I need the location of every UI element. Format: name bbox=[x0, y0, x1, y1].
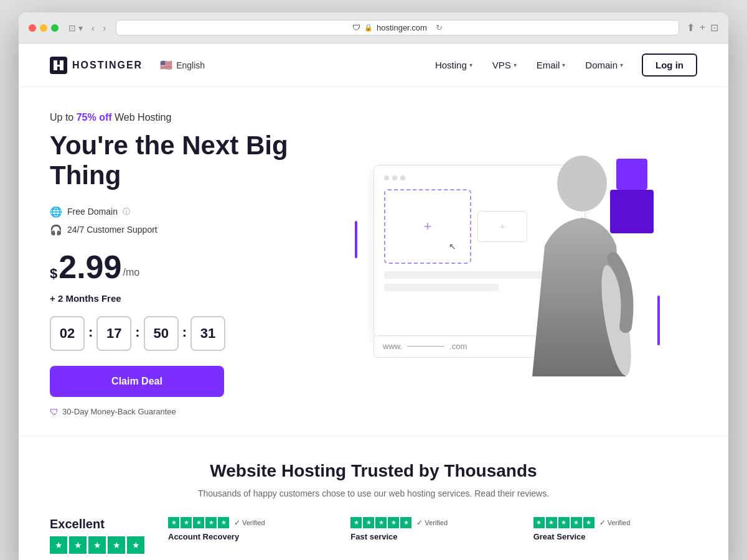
share-icon[interactable]: ⬆ bbox=[687, 22, 695, 34]
lock-icon: 🔒 bbox=[364, 24, 373, 32]
hero-visual: + ↖ + ww bbox=[355, 152, 654, 376]
review-stars-2: ★ ★ ★ ★ ★ bbox=[350, 517, 411, 528]
chevron-down-icon: ▾ bbox=[514, 62, 517, 68]
countdown-separator-1: : bbox=[88, 324, 93, 340]
star-1: ★ bbox=[50, 536, 67, 554]
claim-deal-button[interactable]: Claim Deal bbox=[50, 366, 224, 397]
excellent-stars: ★ ★ ★ ★ ★ bbox=[50, 536, 149, 554]
trusted-title: Website Hosting Trusted by Thousands bbox=[50, 461, 697, 481]
review-stars-1: ★ ★ ★ ★ ★ bbox=[168, 517, 229, 528]
back-button[interactable]: ‹ bbox=[89, 22, 97, 34]
hero-section: Up to 75% off Web Hosting You're the Nex… bbox=[19, 87, 728, 436]
countdown-minutes: 17 bbox=[96, 316, 131, 351]
star-2: ★ bbox=[69, 536, 87, 554]
browser-actions: ⬆ + ⊡ bbox=[687, 22, 718, 34]
tab-manager-icon[interactable]: ⊡ bbox=[710, 22, 718, 34]
check-icon: ✓ bbox=[416, 518, 423, 527]
feature-support: 🎧 24/7 Customer Support bbox=[50, 224, 311, 236]
review-card-2: ★ ★ ★ ★ ★ ✓ Verified Fast service bbox=[350, 517, 514, 541]
website-content: HOSTINGER 🇺🇸 English Hosting ▾ VPS ▾ Ema… bbox=[19, 44, 728, 560]
accent-line-right bbox=[657, 296, 660, 345]
countdown-hours: 02 bbox=[50, 316, 85, 351]
new-tab-icon[interactable]: + bbox=[700, 22, 705, 34]
countdown-timer: 02 : 17 : 50 : 31 bbox=[50, 316, 311, 351]
accent-line-left bbox=[355, 221, 357, 258]
nav-links: Hosting ▾ VPS ▾ Email ▾ Domain ▾ Log in bbox=[426, 54, 697, 77]
nav-logo[interactable]: HOSTINGER bbox=[50, 57, 143, 74]
shield-icon: 🛡 bbox=[50, 407, 59, 417]
review-card-2-header: ★ ★ ★ ★ ★ ✓ Verified bbox=[350, 517, 514, 528]
globe-icon: 🌐 bbox=[50, 206, 62, 218]
price-section: $ 2.99 /mo bbox=[50, 251, 311, 283]
promo-text: Up to 75% off Web Hosting bbox=[50, 112, 311, 123]
price-display: $ 2.99 /mo bbox=[50, 251, 311, 283]
review-card-1: ★ ★ ★ ★ ★ ✓ Verified Account Recovery bbox=[168, 517, 332, 541]
mockup-bar-short bbox=[384, 284, 499, 291]
review-stars-3: ★ ★ ★ ★ ★ bbox=[533, 517, 594, 528]
verified-badge-3: ✓ Verified bbox=[599, 518, 631, 527]
ms-box: 31 bbox=[190, 316, 225, 351]
security-icon: 🛡 bbox=[352, 23, 360, 32]
browser-titlebar: ⊡ ▾ ‹ › 🛡 🔒 hostinger.com ↻ ⬆ + ⊡ bbox=[19, 12, 728, 44]
hero-left-content: Up to 75% off Web Hosting You're the Nex… bbox=[50, 112, 311, 417]
mockup-add-icon: + bbox=[424, 218, 432, 235]
nav-link-domain[interactable]: Domain ▾ bbox=[576, 55, 632, 75]
browser-controls: ⊡ ▾ ‹ › bbox=[66, 22, 108, 34]
hostinger-logo-icon bbox=[50, 57, 67, 74]
reviews-row: Excellent ★ ★ ★ ★ ★ ★ ★ ★ bbox=[50, 517, 697, 554]
hero-features: 🌐 Free Domain ⓘ 🎧 24/7 Customer Support bbox=[50, 206, 311, 236]
mockup-main-canvas: + ↖ bbox=[384, 189, 471, 264]
price-amount: 2.99 bbox=[59, 251, 121, 283]
forward-button[interactable]: › bbox=[101, 22, 109, 34]
countdown-separator-2: : bbox=[135, 324, 139, 340]
nav-link-hosting[interactable]: Hosting ▾ bbox=[426, 55, 481, 75]
refresh-icon[interactable]: ↻ bbox=[436, 23, 443, 32]
person-silhouette bbox=[495, 146, 644, 383]
chevron-down-icon: ▾ bbox=[469, 62, 472, 68]
headset-icon: 🎧 bbox=[50, 224, 62, 236]
review-title-1: Account Recovery bbox=[168, 532, 332, 541]
trusted-section: Website Hosting Trusted by Thousands Tho… bbox=[19, 436, 728, 560]
close-button[interactable] bbox=[29, 24, 36, 32]
minimize-button[interactable] bbox=[40, 24, 47, 32]
money-back-guarantee: 🛡 30-Day Money-Back Guarantee bbox=[50, 407, 311, 417]
browser-window: ⊡ ▾ ‹ › 🛡 🔒 hostinger.com ↻ ⬆ + ⊡ HOSTIN… bbox=[19, 12, 728, 560]
mockup-cursor-icon: ↖ bbox=[449, 241, 456, 251]
star-3: ★ bbox=[88, 536, 106, 554]
language-selector[interactable]: 🇺🇸 English bbox=[155, 57, 210, 73]
hero-title: You're the Next Big Thing bbox=[50, 131, 311, 191]
excellent-label: Excellent bbox=[50, 517, 149, 531]
url-underline bbox=[407, 346, 444, 347]
url-text: hostinger.com bbox=[377, 23, 427, 32]
seconds-box: 50 bbox=[144, 316, 179, 351]
main-nav: HOSTINGER 🇺🇸 English Hosting ▾ VPS ▾ Ema… bbox=[19, 44, 728, 87]
sidebar-toggle-button[interactable]: ⊡ ▾ bbox=[66, 22, 85, 34]
flag-icon: 🇺🇸 bbox=[160, 59, 172, 71]
star-5: ★ bbox=[127, 536, 144, 554]
nav-link-vps[interactable]: VPS ▾ bbox=[484, 55, 525, 75]
svg-point-1 bbox=[557, 156, 607, 212]
feature-free-domain: 🌐 Free Domain ⓘ bbox=[50, 206, 311, 218]
nav-link-email[interactable]: Email ▾ bbox=[528, 55, 575, 75]
info-icon[interactable]: ⓘ bbox=[123, 207, 130, 217]
countdown-ms: 31 bbox=[190, 316, 225, 351]
mockup-dot-3 bbox=[400, 175, 405, 180]
maximize-button[interactable] bbox=[51, 24, 59, 32]
review-card-1-header: ★ ★ ★ ★ ★ ✓ Verified bbox=[168, 517, 332, 528]
review-title-2: Fast service bbox=[350, 532, 514, 541]
traffic-lights bbox=[29, 24, 59, 32]
logo-text: HOSTINGER bbox=[72, 60, 143, 71]
star-4: ★ bbox=[108, 536, 125, 554]
review-title-3: Great Service bbox=[533, 532, 697, 541]
review-card-3-header: ★ ★ ★ ★ ★ ✓ Verified bbox=[533, 517, 697, 528]
verified-badge-2: ✓ Verified bbox=[416, 518, 448, 527]
discount-highlight: 75% off bbox=[77, 112, 112, 123]
address-bar[interactable]: 🛡 🔒 hostinger.com ↻ bbox=[116, 20, 679, 35]
check-icon: ✓ bbox=[599, 518, 606, 527]
login-button[interactable]: Log in bbox=[642, 54, 697, 77]
countdown-separator-3: : bbox=[182, 324, 187, 340]
mockup-dot-1 bbox=[384, 175, 389, 180]
trustpilot-excellent: Excellent ★ ★ ★ ★ ★ bbox=[50, 517, 149, 554]
chevron-down-icon: ▾ bbox=[562, 62, 565, 68]
verified-badge-1: ✓ Verified bbox=[234, 518, 265, 527]
